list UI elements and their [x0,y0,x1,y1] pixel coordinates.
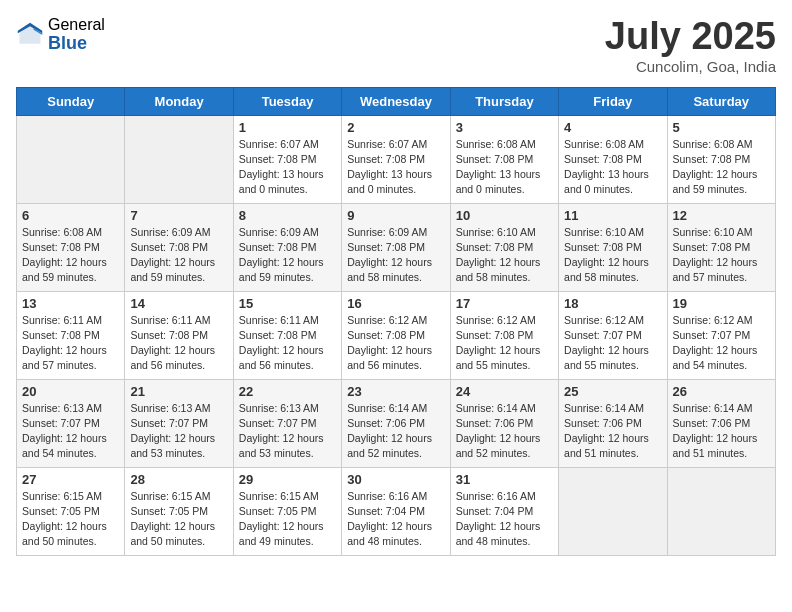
cell-details: Sunrise: 6:16 AM Sunset: 7:04 PM Dayligh… [456,489,553,550]
calendar-week-4: 20Sunrise: 6:13 AM Sunset: 7:07 PM Dayli… [17,379,776,467]
day-header-saturday: Saturday [667,87,775,115]
cell-details: Sunrise: 6:14 AM Sunset: 7:06 PM Dayligh… [347,401,444,462]
calendar-cell: 20Sunrise: 6:13 AM Sunset: 7:07 PM Dayli… [17,379,125,467]
day-number: 23 [347,384,444,399]
calendar-cell: 29Sunrise: 6:15 AM Sunset: 7:05 PM Dayli… [233,467,341,555]
cell-details: Sunrise: 6:15 AM Sunset: 7:05 PM Dayligh… [239,489,336,550]
cell-details: Sunrise: 6:08 AM Sunset: 7:08 PM Dayligh… [456,137,553,198]
day-number: 29 [239,472,336,487]
cell-details: Sunrise: 6:13 AM Sunset: 7:07 PM Dayligh… [22,401,119,462]
calendar-cell: 12Sunrise: 6:10 AM Sunset: 7:08 PM Dayli… [667,203,775,291]
calendar-cell: 10Sunrise: 6:10 AM Sunset: 7:08 PM Dayli… [450,203,558,291]
day-number: 22 [239,384,336,399]
day-number: 11 [564,208,661,223]
logo-icon [16,21,44,49]
calendar-cell: 26Sunrise: 6:14 AM Sunset: 7:06 PM Dayli… [667,379,775,467]
day-number: 15 [239,296,336,311]
day-number: 24 [456,384,553,399]
day-number: 17 [456,296,553,311]
calendar-cell: 2Sunrise: 6:07 AM Sunset: 7:08 PM Daylig… [342,115,450,203]
day-number: 4 [564,120,661,135]
logo-general: General [48,16,105,34]
cell-details: Sunrise: 6:11 AM Sunset: 7:08 PM Dayligh… [239,313,336,374]
cell-details: Sunrise: 6:09 AM Sunset: 7:08 PM Dayligh… [239,225,336,286]
calendar-cell: 19Sunrise: 6:12 AM Sunset: 7:07 PM Dayli… [667,291,775,379]
cell-details: Sunrise: 6:12 AM Sunset: 7:08 PM Dayligh… [347,313,444,374]
cell-details: Sunrise: 6:08 AM Sunset: 7:08 PM Dayligh… [22,225,119,286]
calendar-cell: 6Sunrise: 6:08 AM Sunset: 7:08 PM Daylig… [17,203,125,291]
day-number: 8 [239,208,336,223]
calendar-week-2: 6Sunrise: 6:08 AM Sunset: 7:08 PM Daylig… [17,203,776,291]
day-number: 1 [239,120,336,135]
cell-details: Sunrise: 6:13 AM Sunset: 7:07 PM Dayligh… [130,401,227,462]
calendar-table: SundayMondayTuesdayWednesdayThursdayFrid… [16,87,776,556]
day-number: 7 [130,208,227,223]
day-number: 27 [22,472,119,487]
day-number: 13 [22,296,119,311]
day-header-wednesday: Wednesday [342,87,450,115]
calendar-cell: 14Sunrise: 6:11 AM Sunset: 7:08 PM Dayli… [125,291,233,379]
day-number: 6 [22,208,119,223]
day-number: 12 [673,208,770,223]
cell-details: Sunrise: 6:10 AM Sunset: 7:08 PM Dayligh… [564,225,661,286]
cell-details: Sunrise: 6:15 AM Sunset: 7:05 PM Dayligh… [22,489,119,550]
calendar-cell: 17Sunrise: 6:12 AM Sunset: 7:08 PM Dayli… [450,291,558,379]
calendar-cell [667,467,775,555]
day-header-thursday: Thursday [450,87,558,115]
cell-details: Sunrise: 6:14 AM Sunset: 7:06 PM Dayligh… [456,401,553,462]
calendar-cell: 22Sunrise: 6:13 AM Sunset: 7:07 PM Dayli… [233,379,341,467]
calendar-cell: 4Sunrise: 6:08 AM Sunset: 7:08 PM Daylig… [559,115,667,203]
month-title: July 2025 [605,16,776,58]
cell-details: Sunrise: 6:08 AM Sunset: 7:08 PM Dayligh… [673,137,770,198]
cell-details: Sunrise: 6:11 AM Sunset: 7:08 PM Dayligh… [22,313,119,374]
cell-details: Sunrise: 6:09 AM Sunset: 7:08 PM Dayligh… [347,225,444,286]
day-number: 31 [456,472,553,487]
day-number: 2 [347,120,444,135]
logo-text: General Blue [48,16,105,53]
cell-details: Sunrise: 6:14 AM Sunset: 7:06 PM Dayligh… [673,401,770,462]
cell-details: Sunrise: 6:11 AM Sunset: 7:08 PM Dayligh… [130,313,227,374]
page-header: General Blue July 2025 Cuncolim, Goa, In… [16,16,776,75]
day-number: 28 [130,472,227,487]
cell-details: Sunrise: 6:10 AM Sunset: 7:08 PM Dayligh… [673,225,770,286]
calendar-week-1: 1Sunrise: 6:07 AM Sunset: 7:08 PM Daylig… [17,115,776,203]
calendar-cell: 13Sunrise: 6:11 AM Sunset: 7:08 PM Dayli… [17,291,125,379]
day-number: 30 [347,472,444,487]
day-number: 18 [564,296,661,311]
cell-details: Sunrise: 6:16 AM Sunset: 7:04 PM Dayligh… [347,489,444,550]
calendar-cell: 7Sunrise: 6:09 AM Sunset: 7:08 PM Daylig… [125,203,233,291]
cell-details: Sunrise: 6:10 AM Sunset: 7:08 PM Dayligh… [456,225,553,286]
cell-details: Sunrise: 6:07 AM Sunset: 7:08 PM Dayligh… [239,137,336,198]
calendar-cell: 30Sunrise: 6:16 AM Sunset: 7:04 PM Dayli… [342,467,450,555]
calendar-cell: 11Sunrise: 6:10 AM Sunset: 7:08 PM Dayli… [559,203,667,291]
calendar-week-3: 13Sunrise: 6:11 AM Sunset: 7:08 PM Dayli… [17,291,776,379]
day-number: 9 [347,208,444,223]
logo-blue: Blue [48,34,105,54]
calendar-cell: 3Sunrise: 6:08 AM Sunset: 7:08 PM Daylig… [450,115,558,203]
calendar-cell [17,115,125,203]
calendar-cell: 31Sunrise: 6:16 AM Sunset: 7:04 PM Dayli… [450,467,558,555]
day-number: 3 [456,120,553,135]
day-number: 10 [456,208,553,223]
calendar-cell: 21Sunrise: 6:13 AM Sunset: 7:07 PM Dayli… [125,379,233,467]
cell-details: Sunrise: 6:12 AM Sunset: 7:07 PM Dayligh… [673,313,770,374]
logo: General Blue [16,16,105,53]
day-number: 16 [347,296,444,311]
calendar-cell: 24Sunrise: 6:14 AM Sunset: 7:06 PM Dayli… [450,379,558,467]
day-header-monday: Monday [125,87,233,115]
calendar-cell: 25Sunrise: 6:14 AM Sunset: 7:06 PM Dayli… [559,379,667,467]
calendar-cell: 15Sunrise: 6:11 AM Sunset: 7:08 PM Dayli… [233,291,341,379]
calendar-cell: 1Sunrise: 6:07 AM Sunset: 7:08 PM Daylig… [233,115,341,203]
calendar-cell: 28Sunrise: 6:15 AM Sunset: 7:05 PM Dayli… [125,467,233,555]
day-number: 5 [673,120,770,135]
day-number: 20 [22,384,119,399]
cell-details: Sunrise: 6:12 AM Sunset: 7:08 PM Dayligh… [456,313,553,374]
day-header-tuesday: Tuesday [233,87,341,115]
calendar-cell: 8Sunrise: 6:09 AM Sunset: 7:08 PM Daylig… [233,203,341,291]
svg-marker-0 [20,24,41,43]
day-number: 26 [673,384,770,399]
calendar-cell: 9Sunrise: 6:09 AM Sunset: 7:08 PM Daylig… [342,203,450,291]
day-number: 19 [673,296,770,311]
calendar-cell: 18Sunrise: 6:12 AM Sunset: 7:07 PM Dayli… [559,291,667,379]
cell-details: Sunrise: 6:15 AM Sunset: 7:05 PM Dayligh… [130,489,227,550]
